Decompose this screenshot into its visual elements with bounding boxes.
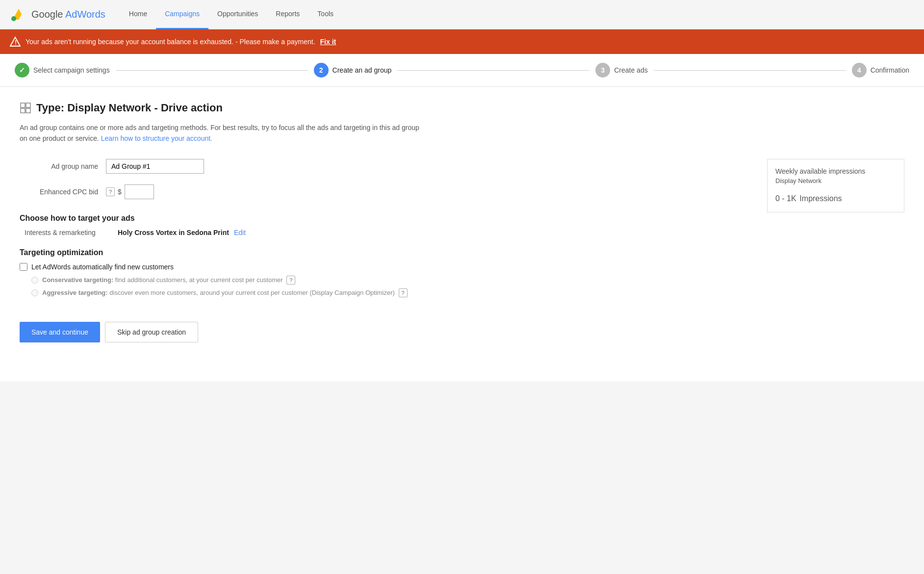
step-2-circle: 2 xyxy=(314,63,329,78)
step-2-label: Create an ad group xyxy=(333,66,392,74)
svg-rect-5 xyxy=(21,103,25,107)
page-type-header: Type: Display Network - Drive action xyxy=(20,102,904,114)
step-progress: ✓ Select campaign settings 2 Create an a… xyxy=(0,54,924,87)
page-layout: Ad group name Enhanced CPC bid ? $ xyxy=(20,159,904,342)
step-2: 2 Create an ad group xyxy=(314,63,392,78)
nav-links: Home Campaigns Opportunities Reports Too… xyxy=(120,0,342,29)
targeting-edit-link[interactable]: Edit xyxy=(234,229,246,236)
svg-text:!: ! xyxy=(15,39,17,46)
conservative-help-icon[interactable]: ? xyxy=(286,276,295,285)
auto-find-customers-checkbox[interactable] xyxy=(20,263,27,271)
step-connector-2 xyxy=(397,70,590,71)
nav-campaigns[interactable]: Campaigns xyxy=(156,0,208,29)
impressions-range: 0 - 1K Impressions xyxy=(775,190,896,204)
nav-home[interactable]: Home xyxy=(120,0,156,29)
save-continue-button[interactable]: Save and continue xyxy=(20,322,100,342)
bottom-buttons: Save and continue Skip ad group creation xyxy=(20,312,757,342)
bid-row: ? $ xyxy=(106,184,154,199)
step-3-circle: 3 xyxy=(595,63,610,78)
ad-group-name-input[interactable] xyxy=(106,159,204,174)
auto-find-customers-label: Let AdWords automatically find new custo… xyxy=(31,263,174,271)
logo-text: Google AdWords xyxy=(31,9,105,20)
step-4-circle: 4 xyxy=(852,63,867,78)
alert-text: Your ads aren't running because your acc… xyxy=(26,38,315,46)
conservative-targeting-option: Conservative targeting: find additional … xyxy=(31,276,757,285)
svg-point-2 xyxy=(11,16,16,21)
adwords-logo-icon xyxy=(10,6,27,24)
main-content: Type: Display Network - Drive action An … xyxy=(0,87,924,381)
auto-find-customers-row: Let AdWords automatically find new custo… xyxy=(20,263,757,271)
targeting-row: Interests & remarketing Holy Cross Vorte… xyxy=(25,229,757,236)
alert-fix-link[interactable]: Fix it xyxy=(320,38,336,46)
aggressive-label: Aggressive targeting: discover even more… xyxy=(42,288,408,297)
step-4-label: Confirmation xyxy=(871,66,909,74)
step-1-label: Select campaign settings xyxy=(33,66,110,74)
optimization-title: Targeting optimization xyxy=(20,248,757,257)
step-1-circle: ✓ xyxy=(15,63,29,78)
dollar-sign: $ xyxy=(118,188,122,196)
nav-opportunities[interactable]: Opportunities xyxy=(208,0,267,29)
step-connector-1 xyxy=(116,70,308,71)
aggressive-help-icon[interactable]: ? xyxy=(399,288,408,297)
alert-banner: ! Your ads aren't running because your a… xyxy=(0,29,924,54)
step-3: 3 Create ads xyxy=(595,63,647,78)
learn-link[interactable]: Learn how to structure your account. xyxy=(101,134,212,142)
form-section: Ad group name Enhanced CPC bid ? $ xyxy=(20,159,757,199)
side-panel-title: Weekly available impressions xyxy=(775,167,896,175)
targeting-section-title: Choose how to target your ads xyxy=(20,214,757,223)
aggressive-radio[interactable] xyxy=(31,289,38,296)
cpc-bid-row: Enhanced CPC bid ? $ xyxy=(20,184,757,199)
cpc-help-icon[interactable]: ? xyxy=(106,187,115,196)
grid-icon xyxy=(20,102,31,114)
targeting-section: Choose how to target your ads Interests … xyxy=(20,214,757,236)
logo: Google AdWords xyxy=(10,6,105,24)
cpc-bid-label: Enhanced CPC bid xyxy=(20,188,98,196)
optimization-section: Targeting optimization Let AdWords autom… xyxy=(20,248,757,297)
top-nav: Google AdWords Home Campaigns Opportunit… xyxy=(0,0,924,29)
targeting-value: Holy Cross Vortex in Sedona Print xyxy=(118,229,229,236)
side-panel-subtitle: Display Network xyxy=(775,177,896,184)
conservative-radio[interactable] xyxy=(31,277,38,284)
page-title: Type: Display Network - Drive action xyxy=(36,102,223,114)
svg-rect-8 xyxy=(26,108,30,113)
side-panel: Weekly available impressions Display Net… xyxy=(767,159,904,212)
warning-icon: ! xyxy=(10,36,21,47)
step-4: 4 Confirmation xyxy=(852,63,909,78)
ad-group-name-row: Ad group name xyxy=(20,159,757,174)
skip-ad-group-button[interactable]: Skip ad group creation xyxy=(105,322,198,342)
conservative-label: Conservative targeting: find additional … xyxy=(42,276,295,285)
svg-rect-7 xyxy=(21,108,25,113)
svg-rect-6 xyxy=(26,103,30,107)
page-description: An ad group contains one or more ads and… xyxy=(20,122,422,144)
aggressive-targeting-option: Aggressive targeting: discover even more… xyxy=(31,288,757,297)
step-connector-3 xyxy=(654,70,846,71)
nav-tools[interactable]: Tools xyxy=(308,0,342,29)
targeting-label: Interests & remarketing xyxy=(25,229,113,236)
step-1: ✓ Select campaign settings xyxy=(15,63,110,78)
main-column: Ad group name Enhanced CPC bid ? $ xyxy=(20,159,757,342)
cpc-bid-input[interactable] xyxy=(125,184,154,199)
step-3-label: Create ads xyxy=(614,66,647,74)
nav-reports[interactable]: Reports xyxy=(267,0,308,29)
ad-group-name-label: Ad group name xyxy=(20,162,98,170)
